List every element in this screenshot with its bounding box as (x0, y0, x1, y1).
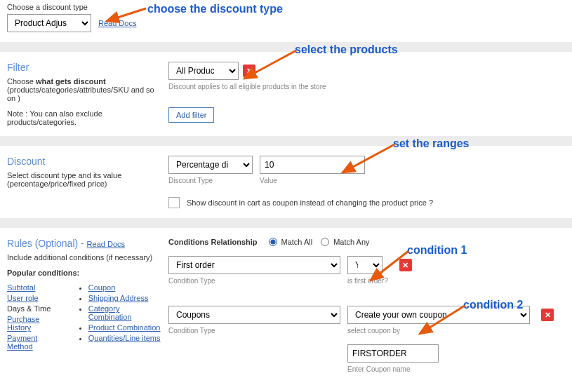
coupon-name-sublabel: Enter Coupon name (347, 365, 530, 373)
condition-1-type-select[interactable]: First order (168, 256, 340, 274)
popular-condition-link[interactable]: Purchase History (7, 315, 39, 332)
discount-value-input[interactable] (260, 156, 365, 174)
rules-desc: Include additional conditions (if necess… (7, 253, 161, 262)
match-any-label: Match Any (333, 238, 369, 246)
list-item: Purchase History (7, 315, 63, 332)
popular-conditions-col-1: SubtotalUser roleDays & TimePurchase His… (7, 281, 63, 353)
separator (0, 42, 572, 52)
popular-condition-link[interactable]: Shipping Address (88, 294, 149, 302)
filter-desc-2: (products/categories/attributes/SKU and … (7, 86, 161, 102)
filter-desc-1: Choose what gets discount (7, 77, 161, 86)
read-docs-link[interactable]: Read Docs (98, 19, 136, 27)
list-item: Category Combination (88, 304, 161, 321)
list-item: Product Combination (88, 323, 161, 332)
coupon-name-input[interactable] (347, 344, 439, 363)
popular-condition-link[interactable]: Coupon (88, 283, 116, 292)
filter-title: Filter (7, 62, 161, 73)
remove-filter-button[interactable]: ✕ (243, 65, 255, 77)
close-icon: ✕ (545, 311, 551, 320)
popular-condition-text: Days & Time (7, 304, 51, 313)
popular-condition-link[interactable]: Subtotal (7, 283, 35, 292)
choose-discount-label: Choose a discount type (7, 3, 565, 11)
show-as-coupon-checkbox[interactable] (168, 197, 180, 208)
popular-conditions-label: Popular conditions: (7, 269, 161, 277)
conditions-relationship-row: Conditions Relationship Match All Match … (168, 238, 565, 246)
remove-condition-1-button[interactable]: ✕ (399, 259, 412, 271)
popular-condition-link[interactable]: User role (7, 294, 39, 302)
close-icon: ✕ (402, 261, 408, 270)
condition-2-select-by[interactable]: Create your own coupon (347, 306, 530, 324)
condition-1-value-sublabel: is first order? (347, 277, 388, 285)
rules-read-docs-link[interactable]: Read Docs (87, 240, 125, 248)
list-item: Coupon (88, 283, 161, 292)
rules-section: Rules (Optional) - Read Docs Include add… (0, 232, 572, 392)
filter-section: Filter Choose what gets discount (produc… (0, 56, 572, 132)
discount-type-select[interactable]: Product Adjustment (7, 14, 91, 32)
condition-1-type-sublabel: Condition Type (168, 277, 340, 285)
add-filter-button[interactable]: Add filter (168, 107, 214, 123)
discount-desc-2: (percentage/price/fixed price) (7, 180, 161, 188)
condition-2-type-select[interactable]: Coupons (168, 306, 340, 324)
list-item: Days & Time (7, 304, 63, 313)
condition-1-value-select[interactable]: Yes (347, 256, 383, 274)
popular-condition-link[interactable]: Category Combination (88, 304, 132, 321)
close-icon: ✕ (246, 67, 253, 76)
popular-condition-link[interactable]: Product Combination (88, 323, 161, 332)
rules-title: Rules (Optional) - Read Docs (7, 238, 161, 249)
list-item: Shipping Address (88, 294, 161, 302)
condition-2-select-by-sublabel: select coupon by (347, 327, 530, 334)
filter-help: Discount applies to all eligible product… (168, 83, 565, 90)
list-item: User role (7, 294, 63, 302)
filter-note: Note : You can also exclude products/cat… (7, 109, 161, 126)
separator (0, 136, 572, 146)
separator (0, 218, 572, 228)
popular-condition-link[interactable]: Quantities/Line items (88, 334, 161, 342)
product-filter-select[interactable]: All Products (168, 62, 239, 80)
conditions-relationship-label: Conditions Relationship (168, 238, 258, 246)
discount-calc-type-select[interactable]: Percentage discount (168, 156, 253, 174)
match-all-label: Match All (281, 238, 313, 246)
list-item: Subtotal (7, 283, 63, 292)
discount-title: Discount (7, 156, 161, 167)
discount-type-section: Choose a discount type Product Adjustmen… (0, 0, 572, 38)
discount-value-sublabel: Value (260, 177, 365, 184)
match-all-radio[interactable] (269, 238, 277, 246)
show-as-coupon-label: Show discount in cart as coupon instead … (187, 198, 433, 207)
match-any-radio[interactable] (321, 238, 329, 246)
remove-condition-2-button[interactable]: ✕ (541, 309, 554, 321)
list-item: Quantities/Line items (88, 334, 161, 342)
condition-2-type-sublabel: Condition Type (168, 327, 340, 334)
discount-type-sublabel: Discount Type (168, 177, 253, 184)
discount-desc-1: Select discount type and its value (7, 171, 161, 180)
list-item: Payment Method (7, 334, 63, 351)
popular-condition-link[interactable]: Payment Method (7, 334, 37, 351)
popular-conditions-col-2: CouponShipping AddressCategory Combinati… (77, 281, 161, 353)
discount-section: Discount Select discount type and its va… (0, 150, 572, 214)
